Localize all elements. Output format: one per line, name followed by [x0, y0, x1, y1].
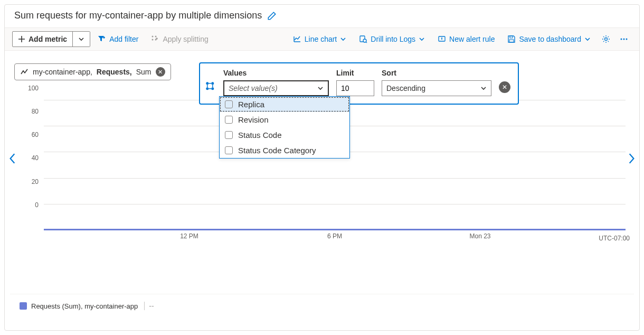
dropdown-option[interactable]: Replica: [220, 97, 349, 112]
save-icon: [507, 35, 516, 43]
dropdown-option[interactable]: Status Code Category: [220, 143, 349, 158]
gear-icon: [601, 34, 611, 44]
svg-point-10: [621, 39, 622, 40]
checkbox[interactable]: [225, 146, 233, 154]
values-select[interactable]: Select value(s): [223, 80, 329, 96]
add-metric-caret[interactable]: [72, 32, 90, 46]
split-config-icon: [205, 69, 216, 92]
line-chart-button[interactable]: Line chart: [288, 32, 352, 46]
split-icon: [151, 35, 159, 43]
metric-icon: [20, 68, 29, 76]
checkbox[interactable]: [225, 100, 233, 108]
metric-agg: Sum: [136, 68, 151, 76]
svg-point-9: [605, 38, 608, 41]
svg-point-2: [152, 39, 154, 41]
chevron-down-icon: [419, 36, 425, 42]
apply-splitting-button: Apply splitting: [146, 32, 213, 46]
chevron-down-icon: [584, 36, 591, 42]
metric-name: Requests,: [97, 68, 132, 76]
alert-icon: [438, 35, 446, 43]
sort-label: Sort: [382, 69, 491, 77]
metric-pill[interactable]: my-container-app, Requests, Sum ✕: [14, 63, 171, 80]
add-metric-button[interactable]: Add metric: [13, 32, 72, 46]
y-axis: 0 20 40 60 80 100: [14, 100, 44, 230]
dropdown-option[interactable]: Revision: [220, 112, 349, 127]
timezone-label: UTC-07:00: [599, 235, 630, 242]
metrics-panel: Sum requests for my-container-app by mul…: [4, 4, 640, 331]
ellipsis-icon: [619, 34, 629, 44]
chart-title: Sum requests for my-container-app by mul…: [14, 10, 262, 21]
svg-rect-8: [509, 40, 514, 42]
line-chart-icon: [293, 35, 301, 43]
legend-value: --: [144, 302, 154, 310]
add-filter-button[interactable]: Add filter: [92, 32, 144, 46]
settings-button[interactable]: [598, 31, 614, 47]
drill-logs-button[interactable]: Drill into Logs: [354, 32, 430, 46]
add-metric-group: Add metric: [12, 31, 90, 47]
plus-icon: [18, 35, 25, 43]
svg-point-13: [206, 82, 209, 85]
values-label: Values: [223, 69, 329, 77]
svg-point-12: [626, 39, 628, 40]
checkbox[interactable]: [225, 131, 233, 139]
legend: Requests (Sum), my-container-app --: [10, 294, 634, 318]
new-alert-button[interactable]: New alert rule: [432, 32, 500, 46]
chart-area: my-container-app, Requests, Sum ✕ Values…: [5, 51, 639, 255]
save-dashboard-button[interactable]: Save to dashboard: [502, 32, 596, 46]
dropdown-option[interactable]: Status Code: [220, 127, 349, 143]
svg-point-15: [206, 87, 209, 90]
title-row: Sum requests for my-container-app by mul…: [5, 5, 639, 27]
chevron-down-icon: [78, 36, 84, 42]
chevron-down-icon: [480, 85, 487, 91]
legend-swatch: [20, 302, 27, 310]
toolbar: Add metric Add filter Apply splitting Li…: [5, 27, 639, 51]
values-column: Values Select value(s): [223, 69, 329, 96]
svg-point-1: [155, 36, 157, 38]
svg-point-3: [155, 39, 157, 41]
remove-metric-button[interactable]: ✕: [156, 67, 165, 77]
svg-point-11: [623, 39, 625, 40]
svg-point-14: [211, 82, 214, 85]
checkbox[interactable]: [225, 116, 233, 124]
logs-icon: [359, 35, 367, 43]
limit-column: Limit: [336, 69, 374, 96]
limit-input[interactable]: [336, 80, 374, 96]
sort-select[interactable]: Descending: [382, 80, 491, 96]
chevron-down-icon: [340, 36, 346, 42]
edit-icon[interactable]: [267, 11, 277, 21]
remove-splitting-button[interactable]: ✕: [499, 81, 510, 93]
limit-label: Limit: [336, 69, 374, 77]
metric-resource: my-container-app,: [33, 68, 92, 76]
more-button[interactable]: [616, 31, 632, 47]
values-dropdown: Replica Revision Status Code Status Code…: [219, 96, 350, 159]
data-series-line: [44, 229, 626, 230]
legend-label: Requests (Sum), my-container-app: [31, 302, 138, 310]
svg-point-16: [211, 87, 214, 90]
sort-column: Sort Descending: [382, 69, 491, 96]
x-axis: 12 PM 6 PM Mon 23: [44, 232, 626, 248]
filter-icon: [98, 35, 106, 43]
chevron-down-icon: [317, 85, 324, 91]
svg-point-0: [152, 36, 154, 38]
